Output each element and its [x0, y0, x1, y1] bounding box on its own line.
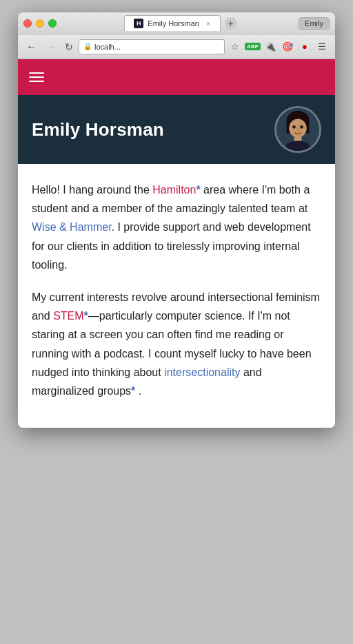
hamburger-line-3: [29, 81, 44, 82]
address-text: localh...: [94, 43, 121, 51]
hamburger-line-2: [29, 76, 44, 78]
tab-close-button[interactable]: ×: [206, 20, 210, 28]
traffic-lights: [23, 19, 57, 28]
profile-button[interactable]: Emily: [299, 17, 330, 30]
star-icon[interactable]: ☆: [228, 39, 243, 54]
browser-toolbar: ← → ↻ 🔒 localh... ☆ ABP 🔌 🎯 ● ☰: [18, 34, 335, 59]
bio-p1-before: Hello! I hang around the: [32, 184, 152, 196]
site-header: Emily Horsman: [18, 95, 335, 164]
svg-point-4: [289, 119, 307, 138]
stem-link[interactable]: STEM: [53, 310, 83, 322]
intersectionality-link[interactable]: intersectionality: [164, 366, 240, 378]
address-lock-icon: 🔒: [83, 43, 92, 50]
forward-button[interactable]: →: [43, 39, 59, 54]
browser-window: H Emily Horsman × + Emily ← → ↻ 🔒 localh…: [18, 12, 335, 428]
wisehammer-link[interactable]: Wise & Hammer: [32, 221, 112, 233]
hamburger-menu[interactable]: [29, 72, 44, 82]
browser-tab[interactable]: H Emily Horsman ×: [124, 15, 221, 31]
toolbar-actions: ☆ ABP 🔌 🎯 ● ☰: [228, 39, 330, 54]
bio-section: Hello! I hang around the Hamilton* area …: [18, 164, 335, 428]
minimize-traffic-light[interactable]: [36, 19, 44, 28]
avatar-image: [276, 108, 319, 151]
hamburger-line-1: [29, 72, 44, 74]
bio-paragraph-2: My current interests revolve around inte…: [32, 288, 321, 400]
back-button[interactable]: ←: [23, 39, 40, 54]
tab-title: Emily Horsman: [148, 19, 199, 28]
address-bar[interactable]: 🔒 localh...: [79, 39, 225, 54]
hamilton-link[interactable]: Hamilton: [152, 184, 196, 196]
svg-point-5: [292, 125, 296, 129]
maximize-traffic-light[interactable]: [48, 19, 57, 28]
page-title: Emily Horsman: [32, 119, 164, 141]
extension-icon-2[interactable]: 🎯: [280, 39, 295, 54]
extension-icon-1[interactable]: 🔌: [263, 39, 278, 54]
site-content: Emily Horsman: [18, 59, 335, 428]
new-tab-button[interactable]: +: [225, 17, 237, 30]
adblock-badge[interactable]: ABP: [245, 43, 261, 50]
bio-p2-mid: —particularly computer science.: [88, 310, 248, 322]
menu-icon[interactable]: ☰: [314, 39, 330, 54]
extension-icon-3[interactable]: ●: [297, 39, 312, 54]
tab-area: H Emily Horsman × +: [62, 15, 299, 31]
close-traffic-light[interactable]: [23, 19, 32, 28]
bio-p2-period: .: [135, 385, 141, 397]
bio-paragraph-1: Hello! I hang around the Hamilton* area …: [32, 180, 321, 274]
refresh-button[interactable]: ↻: [62, 40, 76, 54]
tab-favicon: H: [134, 19, 143, 28]
avatar: [274, 106, 321, 153]
site-navbar: [18, 59, 335, 95]
svg-point-6: [300, 125, 303, 129]
title-bar: H Emily Horsman × + Emily: [18, 12, 335, 34]
